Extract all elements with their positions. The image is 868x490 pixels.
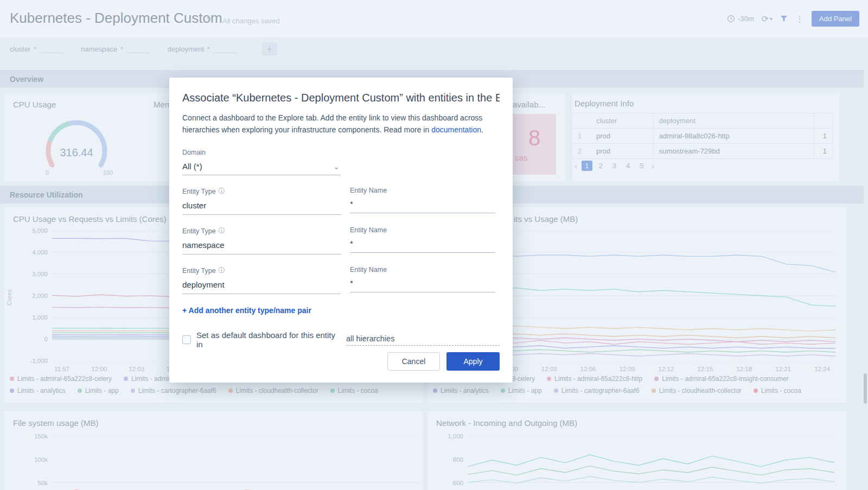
- chevron-down-icon: ⌄: [333, 162, 340, 171]
- entity-name-field: Entity Name: [350, 187, 495, 215]
- entity-type-input[interactable]: [182, 276, 341, 294]
- domain-label: Domain: [182, 149, 341, 156]
- entity-name-input[interactable]: [350, 235, 495, 253]
- entity-name-input[interactable]: [350, 275, 495, 292]
- app-window: Kubernetes - Deployment Custom ✎ All cha…: [0, 0, 868, 490]
- entity-type-label: Entity Type: [182, 188, 216, 195]
- entity-type-field: Entity Typeⓘ: [182, 266, 341, 294]
- default-dashboard-row: Set as default dashboard for this entity…: [182, 330, 500, 349]
- domain-value: All (*): [182, 162, 202, 171]
- entity-type-field: Entity Typeⓘ: [182, 187, 341, 215]
- dialog-description: Connect a dashboard to the Explore tab. …: [182, 112, 486, 136]
- entity-type-label: Entity Type: [182, 227, 216, 235]
- entity-name-field: Entity Name: [350, 226, 495, 254]
- apply-button[interactable]: Apply: [446, 352, 500, 371]
- entity-name-label: Entity Name: [350, 187, 387, 194]
- default-dashboard-checkbox[interactable]: [182, 335, 191, 344]
- documentation-link[interactable]: documentation: [431, 125, 481, 134]
- entity-name-field: Entity Name: [350, 266, 495, 294]
- hierarchy-select[interactable]: all hierarchies: [346, 334, 500, 346]
- info-icon[interactable]: ⓘ: [219, 266, 225, 275]
- dialog-actions: Cancel Apply: [387, 352, 500, 371]
- entity-name-label: Entity Name: [350, 226, 387, 234]
- info-icon[interactable]: ⓘ: [219, 226, 225, 236]
- add-entity-pair-link[interactable]: + Add another entity type/name pair: [182, 306, 311, 315]
- entity-pair-row: Entity Typeⓘ Entity Name: [182, 187, 500, 215]
- entity-type-input[interactable]: [182, 197, 341, 215]
- entity-name-input[interactable]: [350, 195, 495, 213]
- associate-entities-dialog: Associate “Kubernetes - Deployment Custo…: [169, 78, 513, 383]
- default-dashboard-label: Set as default dashboard for this entity…: [196, 330, 337, 349]
- entity-type-label: Entity Type: [182, 267, 216, 275]
- entity-pair-row: Entity Typeⓘ Entity Name: [182, 226, 500, 254]
- entity-type-field: Entity Typeⓘ: [182, 226, 341, 254]
- entity-name-label: Entity Name: [350, 266, 387, 273]
- domain-field: Domain All (*) ⌄: [182, 149, 341, 175]
- dialog-title: Associate “Kubernetes - Deployment Custo…: [182, 92, 500, 104]
- description-period: .: [481, 125, 483, 134]
- domain-select[interactable]: All (*) ⌄: [182, 158, 341, 175]
- entity-type-input[interactable]: [182, 237, 341, 254]
- info-icon[interactable]: ⓘ: [219, 187, 225, 196]
- entity-pair-row: Entity Typeⓘ Entity Name: [182, 266, 500, 294]
- cancel-button[interactable]: Cancel: [387, 352, 440, 371]
